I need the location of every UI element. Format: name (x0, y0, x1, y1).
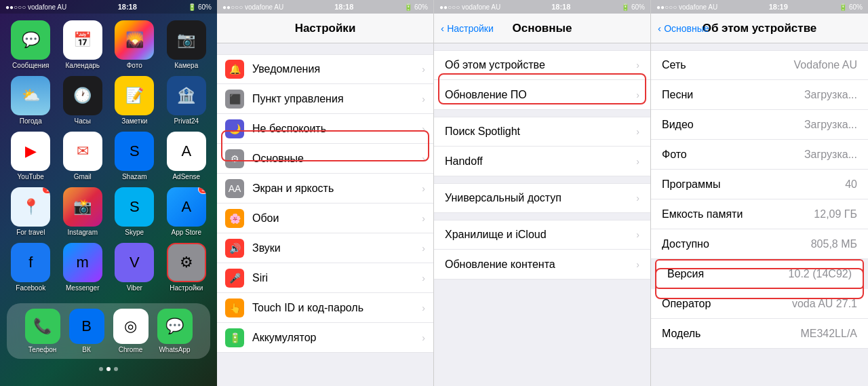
about-row-7: Версия 10.2 (14C92) (655, 259, 864, 289)
settings-row-5[interactable]: 🌸 Обои › (217, 204, 433, 233)
about-row-4: Программы 40 (651, 170, 868, 199)
dock-icon-whatsapp[interactable]: 💬 WhatsApp (157, 309, 193, 353)
battery-info: 🔋 60% (188, 3, 212, 11)
settings-row-3[interactable]: ⚙ Основные › (217, 144, 433, 174)
settings-row-9[interactable]: 🔋 Аккумулятор › (217, 323, 433, 353)
app-icon-clock[interactable]: 🕐 Часы (60, 76, 106, 125)
app-icon-notes[interactable]: 📝 Заметки (112, 76, 157, 125)
general-nav-bar: ‹ Настройки Основные (434, 14, 650, 43)
about-row-0: Сеть Vodafone AU (651, 50, 868, 80)
settings-row-4[interactable]: AA Экран и яркость › (217, 174, 433, 204)
dock-icon-phone[interactable]: 📞 Телефон (25, 309, 60, 353)
back-arrow[interactable]: ‹ Настройки (441, 22, 494, 34)
general-row-1[interactable]: Обновление ПО › (434, 80, 650, 110)
dock-icon-chrome[interactable]: ◎ Chrome (113, 309, 149, 353)
general-panel: ●●○○○ vodafone AU 18:18 🔋 60% ‹ Настройк… (434, 0, 651, 386)
app-icon-weather[interactable]: ⛅ Погода (8, 76, 54, 125)
app-icon-messenger[interactable]: m Messenger (60, 243, 106, 292)
app-icon-adsense[interactable]: A AdSense (164, 132, 210, 180)
settings-panel: ●●○○○ vodafone AU 18:18 🔋 60% Настройки … (217, 0, 434, 386)
page-dots (0, 367, 217, 371)
app-icon-gmail[interactable]: ✉ Gmail (60, 132, 106, 180)
app-icon-appstore[interactable]: 3 A App Store (164, 187, 210, 236)
settings-row-2[interactable]: 🌙 Не беспокоить › (217, 114, 433, 144)
dock-icon-vk[interactable]: В ВК (69, 309, 104, 353)
settings-row-6[interactable]: 🔊 Звуки › (217, 233, 433, 263)
about-rows: Сеть Vodafone AU Песни Загрузка... Видео… (651, 50, 868, 349)
settings-row-1[interactable]: ⬛ Пункт управления › (217, 84, 433, 114)
app-icon-facebook[interactable]: f Facebook (8, 243, 54, 292)
app-icon-privat[interactable]: 🏦 Privat24 (164, 76, 210, 125)
dot-2 (106, 367, 111, 371)
general-row-8[interactable]: Хранилище и iCloud › (434, 220, 650, 250)
general-row-3[interactable]: Поиск Spotlight › (434, 117, 650, 147)
status-bar: ●●○○○ vodafone AU 18:18 🔋 60% (0, 0, 217, 14)
settings-nav-bar: Настройки (217, 14, 433, 43)
general-row-6[interactable]: Универсальный доступ › (434, 183, 650, 213)
app-icon-instagram[interactable]: 📸 Instagram (60, 187, 106, 236)
status-bar-3: ●●○○○ vodafone AU 18:18 🔋 60% (434, 0, 650, 14)
about-row-6: Доступно 805,8 МБ (651, 229, 868, 259)
settings-row-7[interactable]: 🎤 Siri › (217, 263, 433, 293)
time: 18:18 (118, 3, 137, 11)
app-icon-photos[interactable]: 🌄 Фото (112, 20, 157, 69)
general-row-9[interactable]: Обновление контента › (434, 250, 650, 279)
app-icon-messages[interactable]: 💬 Сообщения (8, 20, 54, 69)
app-icon-calendar[interactable]: 📅 Календарь (60, 20, 106, 69)
app-icon-camera[interactable]: 📷 Камера (164, 20, 210, 69)
app-icon-settings[interactable]: ⚙ Настройки (164, 243, 210, 292)
dock: 📞 Телефон В ВК ◎ Chrome 💬 WhatsApp (7, 303, 210, 359)
dot-1 (99, 367, 103, 371)
about-row-5: Емкость памяти 12,09 ГБ (651, 199, 868, 229)
about-row-8: Оператор voda AU 27.1 (651, 289, 868, 319)
app-icon-viber[interactable]: V Viber (112, 243, 157, 292)
general-row-0[interactable]: Об этом устройстве › (434, 50, 650, 80)
general-row-4[interactable]: Handoff › (434, 147, 650, 176)
app-icon-youtube[interactable]: ▶ YouTube (8, 132, 54, 180)
about-row-2: Видео Загрузка... (651, 110, 868, 140)
home-screen: ●●○○○ vodafone AU 18:18 🔋 60% 💬 Сообщени… (0, 0, 217, 386)
status-bar-2: ●●○○○ vodafone AU 18:18 🔋 60% (217, 0, 433, 14)
settings-row-0[interactable]: 🔔 Уведомления › (217, 54, 433, 84)
app-icon-skype[interactable]: S Skype (112, 187, 157, 236)
settings-row-8[interactable]: 👆 Touch ID и код-пароль › (217, 293, 433, 323)
general-title: Основные (512, 22, 572, 35)
dot-3 (114, 367, 118, 371)
app-icon-fortravel[interactable]: 1 📍 For travel (8, 187, 54, 236)
about-nav-bar: ‹ Основные Об этом устройстве (651, 14, 868, 43)
general-rows: Об этом устройстве › Обновление ПО › Пои… (434, 50, 650, 279)
back-arrow-about[interactable]: ‹ Основные (658, 22, 709, 34)
about-row-1: Песни Загрузка... (651, 80, 868, 110)
carrier: ●●○○○ vodafone AU (5, 3, 66, 11)
settings-rows: 🔔 Уведомления › ⬛ Пункт управления › 🌙 Н… (217, 54, 433, 353)
settings-title: Настройки (295, 22, 356, 35)
app-grid: 💬 Сообщения 📅 Календарь 🌄 Фото 📷 Камера … (0, 14, 217, 298)
about-row-3: Фото Загрузка... (651, 140, 868, 170)
about-title: Об этом устройстве (703, 22, 817, 35)
about-row-9: Модель ME342LL/A (651, 319, 868, 349)
about-panel: ●●○○○ vodafone AU 18:19 🔋 60% ‹ Основные… (651, 0, 868, 386)
app-icon-shazam[interactable]: S Shazam (112, 132, 157, 180)
status-bar-4: ●●○○○ vodafone AU 18:19 🔋 60% (651, 0, 868, 14)
